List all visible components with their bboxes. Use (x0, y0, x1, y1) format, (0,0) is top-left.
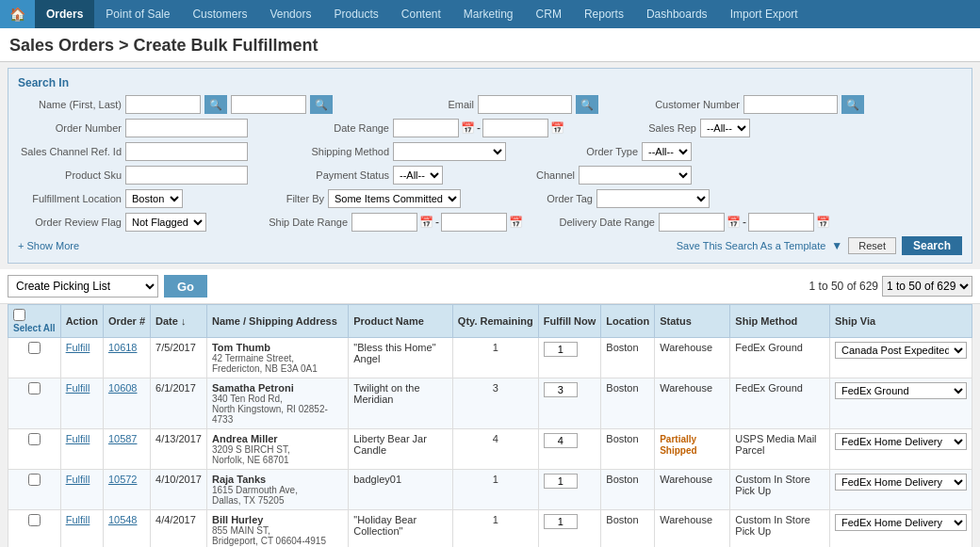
status-cell: Warehouse (655, 510, 730, 548)
row-checkbox[interactable] (28, 514, 41, 526)
nav-crm[interactable]: CRM (525, 0, 573, 28)
name-last-search-btn[interactable]: 🔍 (310, 95, 333, 114)
delivery-date-end[interactable] (748, 213, 814, 232)
ship-via-select[interactable]: FedEx Home Delivery (835, 433, 967, 450)
email-input[interactable] (478, 95, 572, 114)
home-button[interactable]: 🏠 (0, 0, 35, 28)
select-all-label[interactable]: Select All (13, 323, 56, 333)
nav-vendors[interactable]: Vendors (258, 0, 322, 28)
name-last-input[interactable] (231, 95, 306, 114)
fulfillment-location-label: Fulfillment Location (18, 193, 122, 204)
row-checkbox[interactable] (28, 433, 41, 445)
table-row: Fulfill 10548 4/4/2017 Bill Hurley 855 M… (8, 510, 972, 548)
customer-name: Bill Hurley (212, 514, 263, 525)
search-button[interactable]: Search (902, 236, 962, 255)
order-link[interactable]: 10618 (108, 342, 138, 353)
ship-date-start[interactable] (351, 213, 417, 232)
fulfill-now-input[interactable] (544, 514, 578, 529)
nav-customers[interactable]: Customers (181, 0, 258, 28)
select-all-checkbox[interactable] (13, 309, 25, 321)
row-checkbox[interactable] (28, 342, 41, 354)
action-select[interactable]: Create Picking List (8, 275, 158, 298)
date-cell: 6/1/2017 (151, 378, 207, 429)
sales-rep-select[interactable]: --All-- (700, 119, 750, 137)
location-cell: Boston (601, 510, 655, 548)
nav-orders[interactable]: Orders (35, 0, 94, 28)
order-link[interactable]: 10608 (108, 382, 138, 394)
fulfill-link[interactable]: Fulfill (66, 382, 90, 394)
qty-remaining-cell: 1 (452, 510, 538, 548)
product-sku-input[interactable] (125, 166, 248, 185)
nav-content[interactable]: Content (390, 0, 452, 28)
customer-number-input[interactable] (743, 95, 838, 114)
row-checkbox-cell (8, 429, 61, 470)
order-type-select[interactable]: --All-- (642, 142, 692, 161)
fulfill-link[interactable]: Fulfill (66, 514, 90, 525)
fulfill-now-cell (538, 429, 601, 470)
order-review-select[interactable]: Not Flagged (125, 213, 206, 232)
search-panel-title: Search In (18, 76, 962, 89)
reset-button[interactable]: Reset (848, 237, 896, 254)
filter-by-select[interactable]: Some Items Committed (328, 189, 461, 208)
ship-via-select[interactable]: FedEx Ground (835, 382, 967, 399)
order-number-input[interactable] (125, 119, 248, 137)
fulfill-now-input[interactable] (544, 342, 578, 357)
order-link[interactable]: 10572 (108, 474, 138, 485)
sales-channel-input[interactable] (125, 142, 248, 161)
nav-pos[interactable]: Point of Sale (94, 0, 181, 28)
nav-marketing[interactable]: Marketing (452, 0, 525, 28)
date-range-start[interactable] (393, 119, 459, 137)
order-cell: 10608 (103, 378, 150, 429)
delivery-date-start-cal-icon[interactable]: 📅 (727, 216, 741, 229)
fulfill-link[interactable]: Fulfill (66, 433, 90, 444)
ship-method-col-header: Ship Method (730, 305, 830, 338)
shipping-method-select[interactable] (393, 142, 506, 161)
nav-products[interactable]: Products (322, 0, 389, 28)
ship-date-end-cal-icon[interactable]: 📅 (509, 216, 523, 229)
customer-number-search-btn[interactable]: 🔍 (841, 95, 864, 114)
email-search-btn[interactable]: 🔍 (576, 95, 598, 114)
nav-reports[interactable]: Reports (573, 0, 635, 28)
toolbar: Create Picking List Go 1 to 50 of 629 1 … (0, 269, 980, 304)
go-button[interactable]: Go (164, 275, 207, 298)
nav-import-export[interactable]: Import Export (719, 0, 809, 28)
fulfill-link[interactable]: Fulfill (66, 474, 90, 485)
row-checkbox[interactable] (28, 382, 41, 394)
order-link[interactable]: 10587 (108, 433, 138, 444)
ship-via-select[interactable]: FedEx Home Delivery (835, 474, 967, 491)
ship-method-cell: Custom In Store Pick Up (730, 470, 830, 510)
fulfill-now-input[interactable] (544, 433, 578, 448)
row-checkbox[interactable] (28, 474, 41, 486)
delivery-date-end-cal-icon[interactable]: 📅 (816, 216, 830, 229)
customer-name: Tom Thumb (212, 342, 270, 353)
fulfill-now-input[interactable] (544, 474, 578, 489)
show-more-link[interactable]: Show More (18, 240, 79, 251)
fulfill-link[interactable]: Fulfill (66, 342, 90, 353)
date-range-end-cal-icon[interactable]: 📅 (550, 121, 564, 135)
ship-date-end[interactable] (441, 213, 507, 232)
channel-select[interactable] (579, 166, 692, 185)
date-range-start-cal-icon[interactable]: 📅 (461, 121, 475, 135)
ship-via-select[interactable]: Canada Post Expedited (835, 342, 967, 359)
status-cell: Warehouse (655, 470, 730, 510)
ship-via-cell: Canada Post Expedited (829, 338, 972, 378)
fulfill-now-input[interactable] (544, 382, 578, 397)
delivery-date-range-label: Delivery Date Range (551, 217, 655, 228)
checkbox-col-header: Select All (8, 305, 61, 338)
name-first-input[interactable] (125, 95, 201, 114)
nav-dashboards[interactable]: Dashboards (635, 0, 719, 28)
product-cell: Liberty Bear Jar Candle (349, 429, 453, 470)
fulfillment-location-select[interactable]: Boston (125, 189, 183, 208)
save-template-link[interactable]: Save This Search As a Template (677, 240, 826, 251)
name-first-search-btn[interactable]: 🔍 (204, 95, 227, 114)
order-link[interactable]: 10548 (108, 514, 138, 525)
delivery-date-start[interactable] (659, 213, 725, 232)
product-col-header: Product Name (349, 305, 453, 338)
ship-via-select[interactable]: FedEx Home Delivery (835, 514, 967, 531)
ship-date-start-cal-icon[interactable]: 📅 (419, 216, 433, 229)
name-col-header: Name / Shipping Address (206, 305, 348, 338)
order-tag-select[interactable] (596, 189, 710, 208)
page-select[interactable]: 1 to 50 of 629 (882, 276, 972, 297)
payment-status-select[interactable]: --All-- (393, 166, 443, 185)
date-range-end[interactable] (482, 119, 548, 137)
